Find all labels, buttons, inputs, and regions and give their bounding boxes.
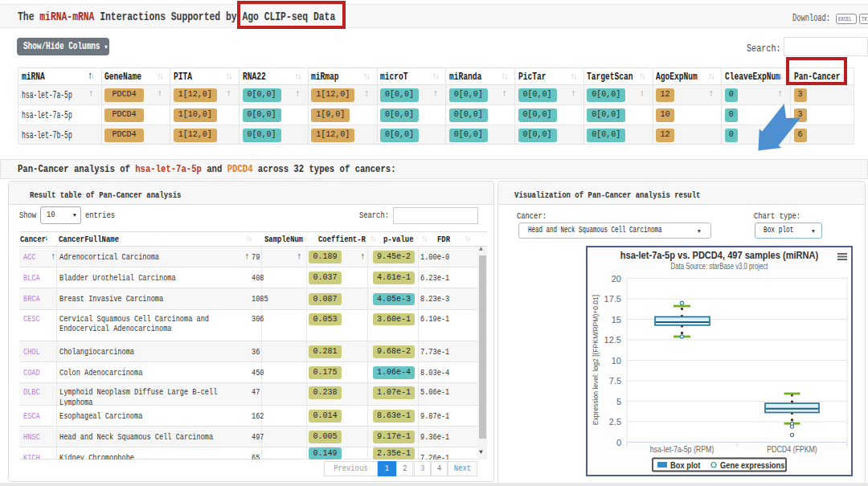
svg-text:20: 20 — [612, 274, 621, 284]
svg-text:Box plot: Box plot — [670, 460, 701, 470]
svg-text:hsa-let-7a-5p vs. PDCD4, 497 s: hsa-let-7a-5p vs. PDCD4, 497 samples (mi… — [620, 249, 818, 261]
svg-text:PDCD4 (FPKM): PDCD4 (FPKM) — [767, 444, 817, 454]
svg-text:Data Source: starBase v3.0 pro: Data Source: starBase v3.0 project — [671, 262, 768, 271]
svg-text:Gene expressions: Gene expressions — [720, 460, 785, 470]
svg-text:12.5: 12.5 — [604, 335, 621, 345]
svg-text:7.5: 7.5 — [609, 376, 621, 386]
svg-text:15: 15 — [612, 315, 621, 325]
svg-text:5: 5 — [616, 397, 621, 406]
svg-text:hsa-let-7a-5p (RPM): hsa-let-7a-5p (RPM) — [650, 444, 714, 454]
svg-text:17.5: 17.5 — [604, 294, 621, 304]
svg-text:10: 10 — [612, 356, 621, 366]
svg-text:0: 0 — [616, 438, 621, 447]
svg-text:Expression level: log2 [(FPKM/: Expression level: log2 [(FPKM/RPM)+0.01] — [592, 295, 600, 425]
svg-text:2.5: 2.5 — [609, 417, 621, 427]
